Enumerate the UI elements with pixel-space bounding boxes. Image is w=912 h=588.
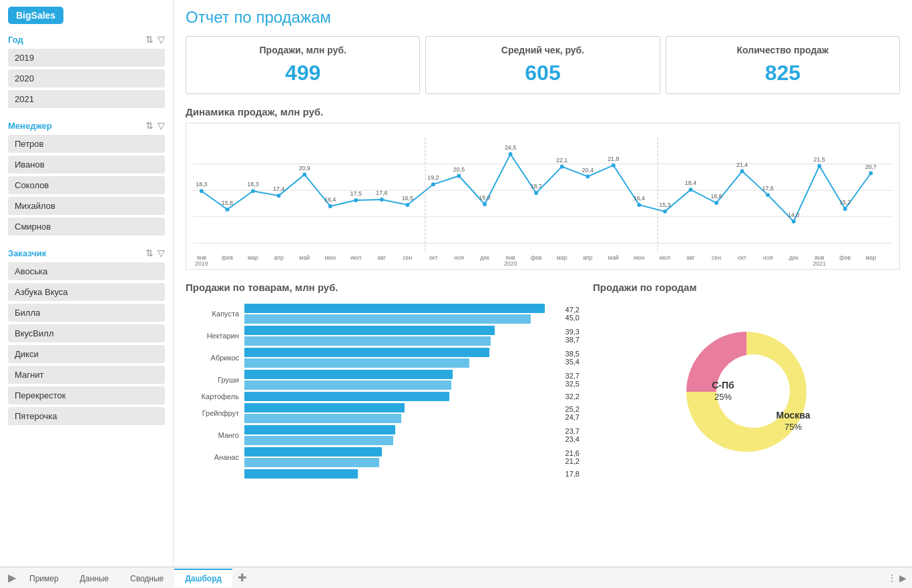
- manager-item-smirnov[interactable]: Смирнов: [8, 218, 165, 236]
- svg-point-11: [328, 204, 332, 208]
- kpi-avg: Средний чек, руб. 605: [425, 36, 660, 94]
- bar-nektarin-1: [244, 326, 495, 335]
- bar-grejpfrut-1: [244, 403, 405, 412]
- customer-item-magnit[interactable]: Магнит: [8, 366, 165, 384]
- kpi-count: Количество продаж 825: [666, 36, 900, 94]
- year-item-2020[interactable]: 2020: [8, 69, 165, 87]
- line-chart-container: 18,3 15,8 18,3 17,4 20,9 16,4 17,5 17,6 …: [186, 123, 900, 270]
- svg-text:17,4: 17,4: [273, 186, 284, 192]
- customer-item-pyaterochka[interactable]: Пятерочка: [8, 407, 165, 425]
- svg-point-13: [380, 198, 384, 202]
- svg-text:сен: сен: [712, 254, 721, 261]
- svg-text:20,9: 20,9: [298, 165, 310, 172]
- bar-wrapper-grushi: [244, 370, 563, 390]
- year-filter-items: 2019 2020 2021: [8, 49, 165, 108]
- year-item-2019[interactable]: 2019: [8, 49, 165, 67]
- svg-text:май: май: [299, 254, 310, 261]
- svg-text:17,6: 17,6: [376, 190, 387, 196]
- app-container: BigSales Год ⇅ ▽ 2019 2020 2021: [0, 0, 912, 588]
- bar-row-mango: Манго 23,723,4: [191, 425, 580, 445]
- bar-ananas-1: [244, 447, 382, 457]
- pie-spb-percent: 25%: [714, 392, 732, 402]
- main-content: BigSales Год ⇅ ▽ 2019 2020 2021: [0, 0, 912, 567]
- customer-item-dixi[interactable]: Дикси: [8, 345, 165, 363]
- svg-point-20: [560, 165, 564, 169]
- svg-text:май: май: [608, 254, 619, 261]
- tab-scroll-right-icon[interactable]: ▶: [899, 573, 907, 583]
- svg-text:20,7: 20,7: [865, 164, 877, 170]
- svg-text:июн: июн: [634, 254, 645, 261]
- tab-dashboard[interactable]: Дашборд: [174, 569, 232, 587]
- svg-text:апр: апр: [274, 254, 284, 261]
- kpi-sales: Продажи, млн руб. 499: [186, 36, 420, 94]
- pie-chart-section: Продажи по городам: [593, 282, 900, 486]
- pie-container: С-Пб 25% Москва 75%: [593, 298, 900, 485]
- svg-text:16,0: 16,0: [479, 194, 490, 201]
- manager-item-ivanov[interactable]: Иванов: [8, 156, 165, 174]
- customer-item-azbuka[interactable]: Азбука Вкуса: [8, 283, 165, 301]
- sidebar: BigSales Год ⇅ ▽ 2019 2020 2021: [0, 0, 174, 567]
- bar-chart-section: Продажи по товарам, млн руб. Капуста 47,…: [186, 282, 585, 486]
- tab-more-icon[interactable]: ⋮: [887, 573, 897, 583]
- bar-value-grejpfrut: 25,224,7: [565, 405, 580, 421]
- bar-nektarin-2: [244, 336, 491, 346]
- svg-text:15,8: 15,8: [222, 200, 233, 206]
- svg-text:мар: мар: [865, 254, 876, 261]
- manager-sort-icon[interactable]: ⇅: [146, 120, 154, 131]
- bar-wrapper-grejpfrut: [244, 403, 563, 423]
- kpi-count-value: 825: [677, 61, 889, 85]
- svg-text:20,4: 20,4: [582, 167, 594, 174]
- year-item-2021[interactable]: 2021: [8, 90, 165, 108]
- svg-point-18: [509, 152, 513, 156]
- bar-wrapper-abrikos: [244, 348, 563, 368]
- tab-svodnye[interactable]: Сводные: [120, 569, 174, 587]
- bar-label-grushi: Груши: [191, 376, 244, 384]
- bar-row-ananas: Ананас 21,621,2: [191, 447, 580, 467]
- svg-text:2019: 2019: [195, 260, 208, 267]
- svg-text:18,4: 18,4: [685, 180, 696, 186]
- customer-sort-icon[interactable]: ⇅: [146, 248, 154, 258]
- svg-text:2020: 2020: [504, 260, 517, 267]
- bar-chart-title: Продажи по товарам, млн руб.: [186, 282, 585, 293]
- tab-dannye[interactable]: Данные: [69, 569, 120, 587]
- tab-add-button[interactable]: ✚: [232, 569, 252, 587]
- year-filter-icon[interactable]: ▽: [158, 34, 165, 45]
- bottom-charts: Продажи по товарам, млн руб. Капуста 47,…: [186, 282, 900, 486]
- svg-text:21,8: 21,8: [608, 156, 619, 162]
- bar-label-kapusta: Капуста: [191, 310, 244, 318]
- customer-item-perekrestok[interactable]: Перекресток: [8, 386, 165, 404]
- kpi-sales-title: Продажи, млн руб.: [197, 45, 409, 55]
- svg-point-26: [714, 201, 718, 205]
- customer-item-billa[interactable]: Билла: [8, 304, 165, 322]
- tab-nav-left[interactable]: ▶: [5, 571, 19, 584]
- manager-item-mikhailov[interactable]: Михайлов: [8, 197, 165, 215]
- svg-text:окт: окт: [429, 254, 437, 261]
- kpi-avg-value: 605: [437, 61, 648, 85]
- tab-primer[interactable]: Пример: [19, 569, 69, 587]
- svg-point-17: [483, 202, 487, 206]
- svg-text:дек: дек: [480, 254, 489, 261]
- pie-moscow-percent: 75%: [784, 422, 802, 432]
- svg-point-29: [792, 220, 796, 224]
- customer-filter-icon[interactable]: ▽: [158, 248, 165, 258]
- year-sort-icon[interactable]: ⇅: [146, 34, 154, 45]
- svg-text:фев: фев: [839, 254, 851, 261]
- manager-filter-label: Менеджер: [8, 121, 52, 131]
- svg-point-9: [277, 194, 281, 198]
- bar-kartofel-1: [244, 392, 449, 401]
- bar-label-kartofel: Картофель: [191, 392, 244, 400]
- manager-item-sokolov[interactable]: Соколов: [8, 176, 165, 194]
- svg-text:18,3: 18,3: [247, 181, 258, 188]
- svg-point-19: [534, 191, 538, 195]
- year-filter-section: Год ⇅ ▽ 2019 2020 2021: [8, 34, 165, 108]
- bar-wrapper-extra: [244, 469, 563, 479]
- manager-item-petrov[interactable]: Петров: [8, 135, 165, 153]
- page-title: Отчет по продажам: [186, 8, 900, 27]
- svg-point-7: [225, 208, 229, 212]
- customer-item-avoska[interactable]: Авоська: [8, 262, 165, 280]
- customer-item-vkusvill[interactable]: ВкусВилл: [8, 324, 165, 342]
- bar-grushi-1: [244, 370, 453, 379]
- svg-text:авг: авг: [377, 254, 386, 261]
- manager-filter-icon[interactable]: ▽: [158, 120, 165, 131]
- svg-text:ноя: ноя: [763, 254, 773, 261]
